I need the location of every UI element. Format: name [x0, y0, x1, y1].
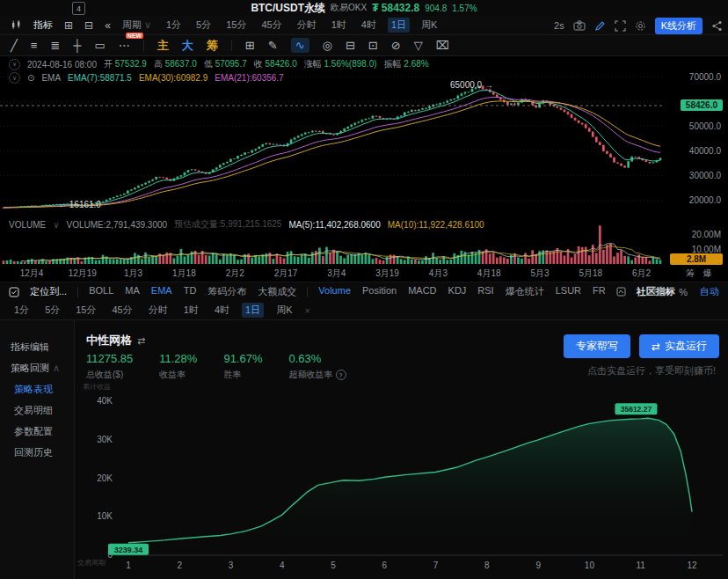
cross-marker-icon[interactable]: ┼ [73, 39, 81, 52]
ema-indicator-dot[interactable]: ⊙ [27, 73, 34, 83]
sidebar-item-交易明细[interactable]: 交易明细 [0, 399, 74, 421]
indicator-Position[interactable]: Position [362, 285, 397, 298]
locate-button[interactable]: 定位到... [30, 285, 67, 298]
axis-tool-icon-爆[interactable]: 爆 [703, 268, 712, 280]
indicator-大额成交[interactable]: 大额成交 [258, 285, 296, 298]
timeframe-周K[interactable]: 周K [418, 18, 440, 33]
indicator-LSUR[interactable]: LSUR [556, 285, 581, 298]
indicator-TD[interactable]: TD [184, 285, 197, 298]
community-icon[interactable] [616, 287, 626, 297]
more-tools-icon[interactable]: ⋯NEW [119, 39, 130, 52]
timeframe2-1日[interactable]: 1日 [242, 303, 264, 318]
scale-option-%[interactable]: % [679, 287, 688, 297]
stat-value: 0.63% [289, 352, 346, 365]
main-chart-toggle[interactable]: 主 [157, 38, 169, 54]
collapse-icon[interactable]: ∨ [9, 72, 20, 84]
timeframe-分时[interactable]: 分时 [294, 18, 320, 33]
layout-icon[interactable]: ⊟ [84, 19, 93, 32]
svg-text:9: 9 [535, 561, 541, 570]
template-icon[interactable]: ⊟ [346, 39, 355, 52]
live-run-button[interactable]: ⇄实盘运行 [639, 334, 719, 358]
timeframe2-5分[interactable]: 5分 [41, 303, 63, 318]
svg-text:6: 6 [382, 561, 388, 570]
price-tick-40000: 40000.0 [668, 146, 721, 156]
trend-line-icon[interactable]: ╱ [11, 39, 18, 52]
chip-toggle[interactable]: 筹 [207, 38, 218, 54]
timeframe2-15分[interactable]: 15分 [72, 303, 99, 318]
indicator-RSI[interactable]: RSI [477, 285, 493, 298]
scale-option-对数[interactable]: 对数 [647, 285, 666, 298]
indicator-KDJ[interactable]: KDJ [448, 285, 467, 298]
timeframe-1时[interactable]: 1时 [328, 18, 350, 33]
indicator-爆仓统计[interactable]: 爆仓统计 [506, 285, 544, 298]
equity-curve-chart[interactable]: 010K20K30K40K123456789101112累计收益交易周期3239… [76, 378, 728, 579]
fib-lines-icon[interactable]: ≡ [31, 39, 38, 52]
indicators-button[interactable]: 指标 [33, 18, 53, 32]
timeframe-1日[interactable]: 1日 [388, 18, 410, 33]
timeframe2-4时[interactable]: 4时 [211, 303, 233, 318]
large-text-toggle[interactable]: 大 [182, 38, 193, 54]
timeframe-5分[interactable]: 5分 [193, 18, 215, 33]
compare-chart-icon[interactable]: ⊞ [64, 19, 73, 32]
refresh-interval[interactable]: 2s [554, 20, 564, 31]
copy-tool-icon[interactable]: ⊞ [245, 39, 255, 52]
svg-text:7: 7 [433, 561, 439, 570]
timeframe2-45分[interactable]: 45分 [109, 303, 136, 318]
timeframe-4时[interactable]: 4时 [358, 18, 380, 33]
collapse-icon[interactable]: ∨ [9, 59, 20, 70]
camera-icon[interactable] [573, 20, 586, 31]
indicator-MACD[interactable]: MACD [408, 285, 436, 298]
alert-price-annotation: 65000.0 → [450, 80, 493, 90]
sidebar-item-参数配置[interactable]: 参数配置 [0, 421, 74, 442]
sidebar-item-策略回测[interactable]: 策略回测∧ [0, 357, 74, 378]
timeframe-15分[interactable]: 15分 [222, 18, 250, 33]
sidebar-item-回测历史[interactable]: 回测历史 [0, 442, 74, 463]
fullscreen-icon[interactable] [615, 20, 626, 32]
timeframe2-分时[interactable]: 分时 [145, 303, 171, 318]
expert-write-button[interactable]: 专家帮写 [564, 334, 630, 358]
volume-collapse-icon[interactable]: ∨ [53, 220, 59, 230]
kline-analysis-button[interactable]: K线分析 [655, 18, 703, 34]
candlestick-chart[interactable] [0, 56, 728, 282]
indicator-筹码分布[interactable]: 筹码分布 [207, 285, 246, 298]
timeframe-1分[interactable]: 1分 [163, 18, 185, 33]
orderflow-icon[interactable]: ◎ [323, 39, 332, 52]
indicator-icon[interactable] [11, 19, 22, 31]
timeframe2-1分[interactable]: 1分 [11, 303, 33, 318]
indicator-MA[interactable]: MA [125, 285, 140, 298]
draw-pencil-icon[interactable] [594, 20, 606, 32]
pencil-tool-icon[interactable]: ✎ [268, 39, 278, 52]
indicator-BOLL[interactable]: BOLL [89, 285, 113, 298]
change-value: 1.56%(898.0) [324, 59, 377, 69]
indicator-EMA[interactable]: EMA [151, 285, 172, 298]
sidebar-item-策略表现[interactable]: 策略表现 [0, 378, 74, 399]
replay-icon[interactable]: « [105, 19, 111, 32]
settings-gear-icon[interactable] [635, 20, 646, 32]
swap-strategy-icon[interactable]: ⇄ [137, 335, 145, 347]
locate-icon[interactable] [9, 287, 19, 297]
axis-tool-icon-筹[interactable]: 筹 [686, 268, 695, 280]
volume-name[interactable]: VOLUME [9, 220, 46, 230]
filter-funnel-icon[interactable]: ▽ [414, 39, 423, 52]
close-tab-icon[interactable]: × [304, 305, 309, 316]
indicator-FR[interactable]: FR [593, 285, 606, 298]
period-dropdown[interactable]: 周期 ∨ [122, 18, 151, 32]
wave-brush-icon[interactable]: ∿ [291, 38, 309, 53]
ema-info-row: ∨ ⊙ EMA EMA(7):58871.5 EMA(30):60982.9 E… [9, 72, 284, 84]
eraser-icon[interactable]: ⊘ [391, 39, 401, 52]
rect-tool-icon[interactable]: ▭ [95, 39, 106, 52]
indicator-Volume[interactable]: Volume [318, 285, 351, 298]
timeframe2-1时[interactable]: 1时 [180, 303, 202, 318]
trash-icon[interactable]: ⌧ [436, 39, 449, 52]
date-tick-12月19: 12月19 [60, 268, 106, 280]
channel-lines-icon[interactable]: ≣ [50, 39, 60, 52]
open-value: 57532.9 [115, 59, 147, 69]
sidebar-item-指标编辑[interactable]: 指标编辑 [0, 336, 74, 357]
share-icon[interactable] [711, 20, 723, 32]
svg-text:12: 12 [687, 561, 697, 570]
price-chart-region[interactable]: ∨ 2024-08-16 08:00 开 57532.9 高 58637.0 低… [0, 56, 728, 282]
timeframe-45分[interactable]: 45分 [258, 18, 285, 33]
note-icon[interactable]: ⊡ [368, 39, 378, 52]
scale-option-自动[interactable]: 自动 [700, 285, 719, 298]
timeframe2-周K[interactable]: 周K [273, 303, 295, 318]
